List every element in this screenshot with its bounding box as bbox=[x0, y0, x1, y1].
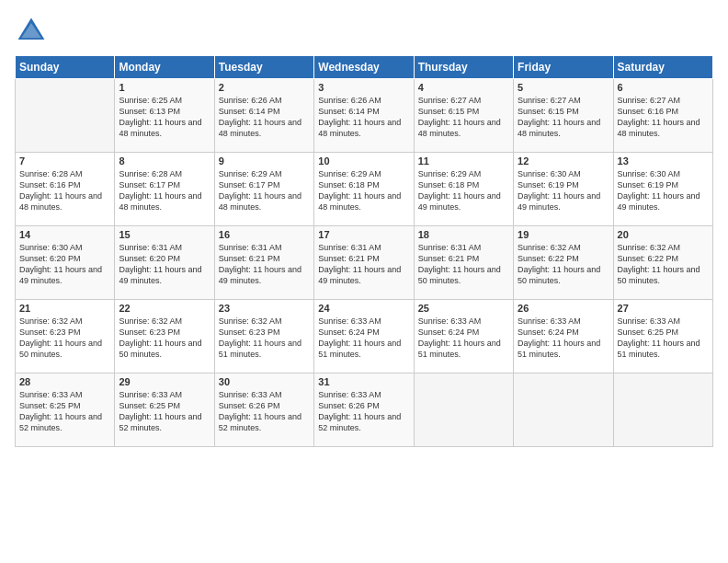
calendar-cell: 23Sunrise: 6:32 AMSunset: 6:23 PMDayligh… bbox=[214, 300, 313, 373]
cell-info: Sunrise: 6:30 AMSunset: 6:20 PMDaylight:… bbox=[19, 242, 110, 287]
day-number: 21 bbox=[19, 303, 110, 314]
calendar-week-row: 28Sunrise: 6:33 AMSunset: 6:25 PMDayligh… bbox=[16, 373, 713, 447]
cell-info: Sunrise: 6:29 AMSunset: 6:18 PMDaylight:… bbox=[418, 168, 509, 213]
cell-info: Sunrise: 6:33 AMSunset: 6:25 PMDaylight:… bbox=[19, 389, 110, 434]
calendar-cell: 16Sunrise: 6:31 AMSunset: 6:21 PMDayligh… bbox=[214, 226, 313, 300]
calendar-cell: 24Sunrise: 6:33 AMSunset: 6:24 PMDayligh… bbox=[314, 300, 414, 373]
cell-info: Sunrise: 6:31 AMSunset: 6:20 PMDaylight:… bbox=[119, 242, 210, 287]
day-header: Tuesday bbox=[214, 56, 313, 79]
calendar-cell: 26Sunrise: 6:33 AMSunset: 6:24 PMDayligh… bbox=[514, 300, 613, 373]
cell-info: Sunrise: 6:33 AMSunset: 6:26 PMDaylight:… bbox=[318, 389, 409, 434]
calendar-cell: 6Sunrise: 6:27 AMSunset: 6:16 PMDaylight… bbox=[613, 79, 712, 153]
calendar-cell: 21Sunrise: 6:32 AMSunset: 6:23 PMDayligh… bbox=[16, 300, 115, 373]
day-number: 30 bbox=[219, 376, 310, 387]
logo-icon bbox=[15, 15, 48, 48]
cell-info: Sunrise: 6:28 AMSunset: 6:17 PMDaylight:… bbox=[119, 168, 210, 213]
day-number: 2 bbox=[219, 82, 310, 93]
cell-info: Sunrise: 6:27 AMSunset: 6:15 PMDaylight:… bbox=[518, 95, 609, 140]
calendar-cell: 2Sunrise: 6:26 AMSunset: 6:14 PMDaylight… bbox=[214, 79, 313, 153]
cell-info: Sunrise: 6:27 AMSunset: 6:16 PMDaylight:… bbox=[618, 95, 709, 140]
cell-info: Sunrise: 6:30 AMSunset: 6:19 PMDaylight:… bbox=[518, 168, 609, 213]
page-container: SundayMondayTuesdayWednesdayThursdayFrid… bbox=[0, 0, 728, 454]
day-number: 5 bbox=[518, 82, 609, 93]
day-header: Wednesday bbox=[314, 56, 414, 79]
cell-info: Sunrise: 6:28 AMSunset: 6:16 PMDaylight:… bbox=[19, 168, 110, 213]
calendar-cell: 19Sunrise: 6:32 AMSunset: 6:22 PMDayligh… bbox=[514, 226, 613, 300]
calendar-cell: 14Sunrise: 6:30 AMSunset: 6:20 PMDayligh… bbox=[16, 226, 115, 300]
day-header: Friday bbox=[514, 56, 613, 79]
cell-info: Sunrise: 6:32 AMSunset: 6:23 PMDaylight:… bbox=[219, 316, 310, 361]
day-number: 13 bbox=[618, 155, 709, 167]
day-number: 3 bbox=[318, 82, 409, 93]
calendar-cell: 1Sunrise: 6:25 AMSunset: 6:13 PMDaylight… bbox=[115, 79, 214, 153]
calendar-cell bbox=[613, 373, 712, 447]
day-header: Sunday bbox=[16, 56, 115, 79]
header bbox=[15, 15, 713, 48]
day-number: 17 bbox=[318, 229, 409, 240]
calendar-cell: 20Sunrise: 6:32 AMSunset: 6:22 PMDayligh… bbox=[613, 226, 712, 300]
calendar-week-row: 21Sunrise: 6:32 AMSunset: 6:23 PMDayligh… bbox=[16, 300, 713, 373]
day-header: Saturday bbox=[613, 56, 712, 79]
calendar-cell: 3Sunrise: 6:26 AMSunset: 6:14 PMDaylight… bbox=[314, 79, 414, 153]
calendar-cell: 13Sunrise: 6:30 AMSunset: 6:19 PMDayligh… bbox=[613, 153, 712, 226]
cell-info: Sunrise: 6:31 AMSunset: 6:21 PMDaylight:… bbox=[418, 242, 509, 287]
calendar-cell: 30Sunrise: 6:33 AMSunset: 6:26 PMDayligh… bbox=[214, 373, 313, 447]
day-number: 31 bbox=[318, 376, 409, 387]
day-number: 22 bbox=[119, 303, 210, 314]
calendar-cell bbox=[414, 373, 513, 447]
cell-info: Sunrise: 6:31 AMSunset: 6:21 PMDaylight:… bbox=[318, 242, 409, 287]
calendar-cell bbox=[514, 373, 613, 447]
calendar-cell: 12Sunrise: 6:30 AMSunset: 6:19 PMDayligh… bbox=[514, 153, 613, 226]
day-number: 25 bbox=[418, 303, 509, 314]
calendar-cell bbox=[16, 79, 115, 153]
day-number: 26 bbox=[518, 303, 609, 314]
day-number: 23 bbox=[219, 303, 310, 314]
cell-info: Sunrise: 6:32 AMSunset: 6:23 PMDaylight:… bbox=[19, 316, 110, 361]
calendar-cell: 5Sunrise: 6:27 AMSunset: 6:15 PMDaylight… bbox=[514, 79, 613, 153]
logo bbox=[15, 15, 51, 48]
day-header: Thursday bbox=[414, 56, 513, 79]
cell-info: Sunrise: 6:33 AMSunset: 6:24 PMDaylight:… bbox=[518, 316, 609, 361]
calendar-week-row: 7Sunrise: 6:28 AMSunset: 6:16 PMDaylight… bbox=[16, 153, 713, 226]
cell-info: Sunrise: 6:32 AMSunset: 6:22 PMDaylight:… bbox=[618, 242, 709, 287]
day-number: 10 bbox=[318, 155, 409, 167]
calendar-week-row: 1Sunrise: 6:25 AMSunset: 6:13 PMDaylight… bbox=[16, 79, 713, 153]
calendar-cell: 15Sunrise: 6:31 AMSunset: 6:20 PMDayligh… bbox=[115, 226, 214, 300]
day-number: 4 bbox=[418, 82, 509, 93]
calendar-cell: 11Sunrise: 6:29 AMSunset: 6:18 PMDayligh… bbox=[414, 153, 513, 226]
cell-info: Sunrise: 6:29 AMSunset: 6:18 PMDaylight:… bbox=[318, 168, 409, 213]
calendar-cell: 27Sunrise: 6:33 AMSunset: 6:25 PMDayligh… bbox=[613, 300, 712, 373]
day-number: 8 bbox=[119, 155, 210, 167]
day-number: 7 bbox=[19, 155, 110, 167]
cell-info: Sunrise: 6:32 AMSunset: 6:23 PMDaylight:… bbox=[119, 316, 210, 361]
calendar-cell: 10Sunrise: 6:29 AMSunset: 6:18 PMDayligh… bbox=[314, 153, 414, 226]
calendar-header-row: SundayMondayTuesdayWednesdayThursdayFrid… bbox=[16, 56, 713, 79]
cell-info: Sunrise: 6:26 AMSunset: 6:14 PMDaylight:… bbox=[219, 95, 310, 140]
calendar-cell: 4Sunrise: 6:27 AMSunset: 6:15 PMDaylight… bbox=[414, 79, 513, 153]
calendar-table: SundayMondayTuesdayWednesdayThursdayFrid… bbox=[15, 55, 713, 447]
calendar-cell: 22Sunrise: 6:32 AMSunset: 6:23 PMDayligh… bbox=[115, 300, 214, 373]
day-number: 6 bbox=[618, 82, 709, 93]
cell-info: Sunrise: 6:25 AMSunset: 6:13 PMDaylight:… bbox=[119, 95, 210, 140]
day-number: 19 bbox=[518, 229, 609, 240]
calendar-week-row: 14Sunrise: 6:30 AMSunset: 6:20 PMDayligh… bbox=[16, 226, 713, 300]
calendar-cell: 7Sunrise: 6:28 AMSunset: 6:16 PMDaylight… bbox=[16, 153, 115, 226]
day-number: 29 bbox=[119, 376, 210, 387]
calendar-cell: 17Sunrise: 6:31 AMSunset: 6:21 PMDayligh… bbox=[314, 226, 414, 300]
cell-info: Sunrise: 6:33 AMSunset: 6:25 PMDaylight:… bbox=[119, 389, 210, 434]
calendar-cell: 31Sunrise: 6:33 AMSunset: 6:26 PMDayligh… bbox=[314, 373, 414, 447]
calendar-cell: 18Sunrise: 6:31 AMSunset: 6:21 PMDayligh… bbox=[414, 226, 513, 300]
cell-info: Sunrise: 6:32 AMSunset: 6:22 PMDaylight:… bbox=[518, 242, 609, 287]
cell-info: Sunrise: 6:33 AMSunset: 6:25 PMDaylight:… bbox=[618, 316, 709, 361]
calendar-cell: 29Sunrise: 6:33 AMSunset: 6:25 PMDayligh… bbox=[115, 373, 214, 447]
day-number: 24 bbox=[318, 303, 409, 314]
cell-info: Sunrise: 6:33 AMSunset: 6:26 PMDaylight:… bbox=[219, 389, 310, 434]
day-number: 27 bbox=[618, 303, 709, 314]
cell-info: Sunrise: 6:31 AMSunset: 6:21 PMDaylight:… bbox=[219, 242, 310, 287]
calendar-body: 1Sunrise: 6:25 AMSunset: 6:13 PMDaylight… bbox=[16, 79, 713, 447]
day-number: 9 bbox=[219, 155, 310, 167]
cell-info: Sunrise: 6:26 AMSunset: 6:14 PMDaylight:… bbox=[318, 95, 409, 140]
day-number: 14 bbox=[19, 229, 110, 240]
calendar-cell: 28Sunrise: 6:33 AMSunset: 6:25 PMDayligh… bbox=[16, 373, 115, 447]
calendar-cell: 25Sunrise: 6:33 AMSunset: 6:24 PMDayligh… bbox=[414, 300, 513, 373]
